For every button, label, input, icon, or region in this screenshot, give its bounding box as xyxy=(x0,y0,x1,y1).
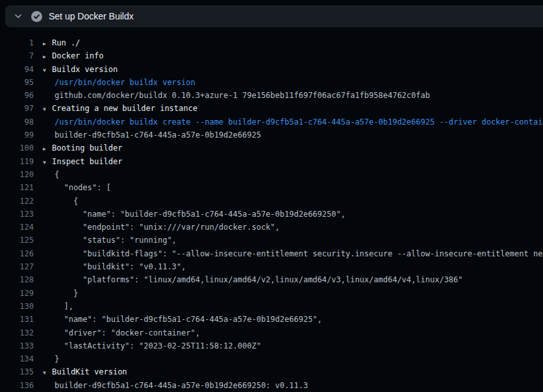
line-number[interactable]: 122 xyxy=(0,195,34,208)
output-line: "buildkit": "v0.11.3", xyxy=(43,260,186,273)
triangle-down-icon: ▼ xyxy=(43,64,52,76)
log-line: 125 "status": "running", xyxy=(0,234,543,247)
log-line: 100▶Booting builder xyxy=(0,141,543,154)
triangle-down-icon: ▼ xyxy=(43,103,52,115)
line-number[interactable]: 7 xyxy=(0,49,34,62)
triangle-right-icon: ▶ xyxy=(43,51,52,62)
log-line: 136builder-d9cfb5a1-c764-445a-a57e-0b19d… xyxy=(0,379,543,392)
group-title: Run ./ xyxy=(52,36,80,49)
log-line: 123 "name": "builder-d9cfb5a1-c764-445a-… xyxy=(0,208,543,221)
group-title: Docker info xyxy=(52,49,103,62)
triangle-right-icon: ▶ xyxy=(43,38,52,49)
line-number[interactable]: 98 xyxy=(0,116,34,129)
output-line: "lastActivity": "2023-02-25T11:58:12.000… xyxy=(43,339,261,352)
line-number[interactable]: 136 xyxy=(0,379,34,392)
output-line: "name": "builder-d9cfb5a1-c764-445a-a57e… xyxy=(43,313,322,326)
line-number[interactable]: 131 xyxy=(0,313,34,326)
log-line: 97▼Creating a new builder instance xyxy=(0,102,543,115)
log-group-toggle[interactable]: ▼Buildx version xyxy=(43,63,118,76)
log-line: 134} xyxy=(0,352,543,365)
chevron-down-icon[interactable] xyxy=(14,12,22,20)
check-circle-icon xyxy=(31,11,42,22)
line-number[interactable]: 97 xyxy=(0,102,34,115)
line-number[interactable]: 128 xyxy=(0,273,34,286)
line-number[interactable]: 1 xyxy=(0,36,34,49)
log-line: 121 "nodes": [ xyxy=(0,181,543,194)
output-line: builder-d9cfb5a1-c764-445a-a57e-0b19d2e6… xyxy=(43,129,261,141)
output-line: "endpoint": "unix:///var/run/docker.sock… xyxy=(43,221,280,234)
group-title: Booting builder xyxy=(52,141,122,154)
line-number[interactable]: 124 xyxy=(0,221,34,234)
output-line: github.com/docker/buildx 0.10.3+azure-1 … xyxy=(43,89,430,102)
output-line: "buildkitd-flags": "--allow-insecure-ent… xyxy=(43,247,543,260)
output-line: "status": "running", xyxy=(43,234,177,247)
line-number[interactable]: 125 xyxy=(0,234,34,247)
triangle-down-icon: ▼ xyxy=(43,367,52,378)
log-line: 128 "platforms": "linux/amd64,linux/amd6… xyxy=(0,273,543,286)
command-line: /usr/bin/docker buildx version xyxy=(43,76,196,89)
line-number[interactable]: 95 xyxy=(0,76,34,89)
output-line: { xyxy=(43,168,59,181)
log-line: 135▼BuildKit version xyxy=(0,365,543,378)
line-number[interactable]: 126 xyxy=(0,247,34,260)
output-line: { xyxy=(43,195,78,208)
output-line: } xyxy=(43,287,78,300)
log-line: 1▶Run ./ xyxy=(0,36,543,49)
output-line: "driver": "docker-container", xyxy=(43,326,200,339)
log-group-toggle[interactable]: ▼BuildKit version xyxy=(43,365,127,378)
log-line: 98/usr/bin/docker buildx create --name b… xyxy=(0,116,543,129)
triangle-down-icon: ▼ xyxy=(43,156,52,168)
log-line: 126 "buildkitd-flags": "--allow-insecure… xyxy=(0,247,543,260)
log-line: 120{ xyxy=(0,168,543,181)
log-line: 122 { xyxy=(0,195,543,208)
log-line: 127 "buildkit": "v0.11.3", xyxy=(0,260,543,273)
log-line: 130 ], xyxy=(0,300,543,313)
log-line: 129 } xyxy=(0,287,543,300)
log-line: 131 "name": "builder-d9cfb5a1-c764-445a-… xyxy=(0,313,543,326)
output-line: } xyxy=(43,352,59,365)
line-number[interactable]: 120 xyxy=(0,168,34,181)
group-title: Buildx version xyxy=(52,63,118,76)
log-line: 124 "endpoint": "unix:///var/run/docker.… xyxy=(0,221,543,234)
log-group-toggle[interactable]: ▶Docker info xyxy=(43,49,103,62)
line-number[interactable]: 96 xyxy=(0,89,34,102)
log-line: 99builder-d9cfb5a1-c764-445a-a57e-0b19d2… xyxy=(0,129,543,141)
line-number[interactable]: 132 xyxy=(0,326,34,339)
line-number[interactable]: 121 xyxy=(0,181,34,194)
step-header[interactable]: Set up Docker Buildx xyxy=(5,5,543,27)
log-line: 132 "driver": "docker-container", xyxy=(0,326,543,339)
log-line: 119▼Inspect builder xyxy=(0,155,543,168)
output-line: ], xyxy=(43,300,73,313)
log-line: 7▶Docker info xyxy=(0,49,543,62)
group-title: Inspect builder xyxy=(52,155,122,168)
group-title: BuildKit version xyxy=(52,365,127,378)
log-group-toggle[interactable]: ▼Inspect builder xyxy=(43,155,122,168)
line-number[interactable]: 123 xyxy=(0,208,34,221)
line-number[interactable]: 99 xyxy=(0,129,34,141)
step-title: Set up Docker Buildx xyxy=(49,11,134,21)
line-number[interactable]: 94 xyxy=(0,63,34,76)
output-line: builder-d9cfb5a1-c764-445a-a57e-0b19d2e6… xyxy=(43,379,308,392)
triangle-right-icon: ▶ xyxy=(43,143,52,154)
log-group-toggle[interactable]: ▶Booting builder xyxy=(43,141,122,154)
log-line: 94▼Buildx version xyxy=(0,63,543,76)
line-number[interactable]: 133 xyxy=(0,339,34,352)
line-number[interactable]: 127 xyxy=(0,260,34,273)
log-group-toggle[interactable]: ▼Creating a new builder instance xyxy=(43,102,197,115)
log-area: 1▶Run ./7▶Docker info94▼Buildx version95… xyxy=(0,27,543,392)
line-number[interactable]: 135 xyxy=(0,365,34,378)
log-line: 133 "lastActivity": "2023-02-25T11:58:12… xyxy=(0,339,543,352)
line-number[interactable]: 129 xyxy=(0,287,34,300)
output-line: "platforms": "linux/amd64,linux/amd64/v2… xyxy=(43,273,463,286)
line-number[interactable]: 130 xyxy=(0,300,34,313)
log-group-toggle[interactable]: ▶Run ./ xyxy=(43,36,80,49)
command-line: /usr/bin/docker buildx create --name bui… xyxy=(43,116,543,129)
line-number[interactable]: 100 xyxy=(0,141,34,154)
line-number[interactable]: 134 xyxy=(0,352,34,365)
output-line: "nodes": [ xyxy=(43,181,111,194)
log-line: 96github.com/docker/buildx 0.10.3+azure-… xyxy=(0,89,543,102)
group-title: Creating a new builder instance xyxy=(52,102,197,115)
line-number[interactable]: 119 xyxy=(0,155,34,168)
log-line: 95/usr/bin/docker buildx version xyxy=(0,76,543,89)
output-line: "name": "builder-d9cfb5a1-c764-445a-a57e… xyxy=(43,208,346,221)
